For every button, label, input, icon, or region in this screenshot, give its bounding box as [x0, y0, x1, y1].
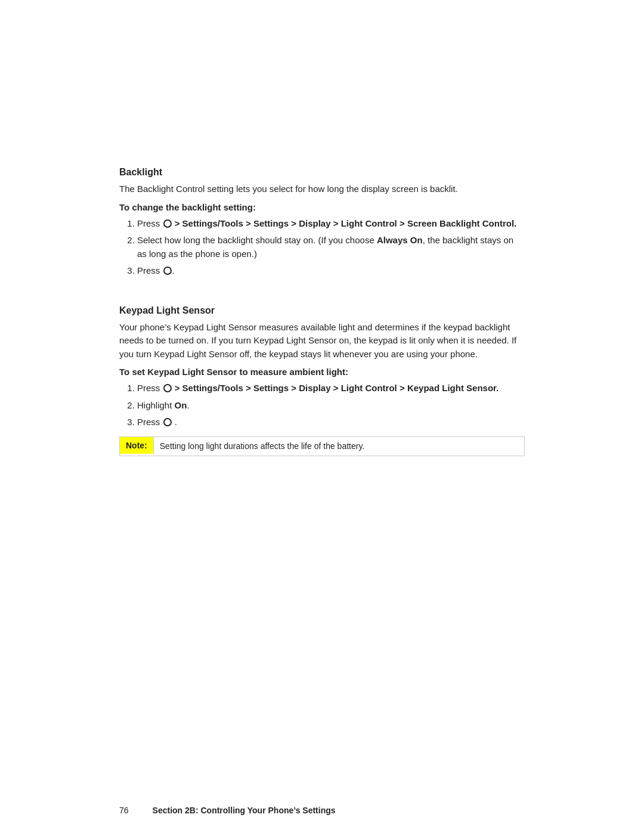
- keypad-steps: Press > Settings/Tools > Settings > Disp…: [137, 382, 525, 429]
- backlight-title: Backlight: [119, 167, 525, 178]
- backlight-description: The Backlight Control setting lets you s…: [119, 182, 525, 196]
- kstep3-press-label: Press: [137, 417, 163, 427]
- kstep1-press-label: Press: [137, 383, 163, 393]
- step2-bold-word: Always On: [377, 235, 423, 245]
- footer-page-number: 76: [119, 806, 129, 815]
- backlight-subheading: To change the backlight setting:: [119, 202, 525, 212]
- note-box: Note: Setting long light durations affec…: [119, 436, 525, 457]
- step3-period: .: [172, 265, 175, 275]
- backlight-section: Backlight The Backlight Control setting …: [119, 167, 525, 284]
- step2-text: Select how long the backlight should sta…: [137, 235, 377, 245]
- kstep3-period: .: [172, 417, 177, 427]
- kstep2-period: .: [187, 400, 189, 410]
- keypad-step-1: Press > Settings/Tools > Settings > Disp…: [137, 382, 525, 395]
- keypad-step-2: Highlight On.: [137, 399, 525, 413]
- kstep2-text: Highlight: [137, 400, 175, 410]
- keypad-subheading: To set Keypad Light Sensor to measure am…: [119, 367, 525, 377]
- page-content: Backlight The Backlight Control setting …: [0, 0, 644, 794]
- backlight-step-1: Press > Settings/Tools > Settings > Disp…: [137, 217, 525, 231]
- backlight-step-2: Select how long the backlight should sta…: [137, 234, 525, 261]
- step1-bold-text: > Settings/Tools > Settings > Display > …: [172, 218, 517, 228]
- circle-icon-2: [163, 267, 172, 275]
- kstep2-bold-word: On: [175, 400, 187, 410]
- keypad-step-3: Press .: [137, 416, 525, 429]
- step1-press-label: Press: [137, 218, 163, 228]
- backlight-steps: Press > Settings/Tools > Settings > Disp…: [137, 217, 525, 278]
- backlight-step-3: Press .: [137, 264, 525, 278]
- step3-press-label: Press: [137, 265, 163, 275]
- circle-icon-4: [163, 418, 172, 426]
- circle-icon-1: [163, 219, 172, 228]
- circle-icon-3: [163, 384, 172, 392]
- keypad-section: Keypad Light Sensor Your phone’s Keypad …: [119, 305, 525, 466]
- footer-section-title: Section 2B: Controlling Your Phone’s Set…: [153, 806, 336, 815]
- kstep1-bold-text: > Settings/Tools > Settings > Display > …: [172, 383, 499, 393]
- note-label: Note:: [120, 437, 154, 454]
- keypad-description: Your phone’s Keypad Light Sensor measure…: [119, 321, 525, 361]
- page-footer: 76 Section 2B: Controlling Your Phone’s …: [0, 794, 644, 833]
- note-text: Setting long light durations affects the…: [154, 437, 370, 456]
- keypad-title: Keypad Light Sensor: [119, 305, 525, 316]
